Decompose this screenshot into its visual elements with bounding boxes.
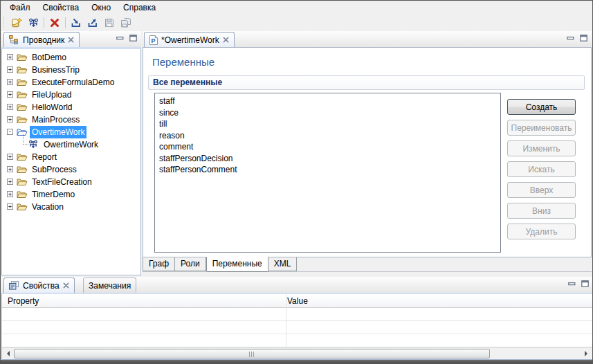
expand-icon[interactable] <box>7 154 13 160</box>
tree-item-label: SubProcess <box>30 163 79 176</box>
tree-item[interactable]: HelloWorld <box>2 101 140 113</box>
expand-icon[interactable] <box>7 54 13 60</box>
rename-button: Переименовать <box>507 120 576 136</box>
expand-icon[interactable] <box>7 166 13 172</box>
menu-bar: Файл Свойства Окно Справка <box>1 1 592 15</box>
properties-table: Property Value <box>1 293 593 360</box>
folder-icon <box>17 190 28 199</box>
tree-item[interactable]: TextFileCreation <box>2 176 140 188</box>
variable-item[interactable]: staff <box>155 95 500 107</box>
process-file-icon <box>149 35 158 45</box>
variable-actions: Создать Переименовать Изменить Искать Вв… <box>507 99 576 244</box>
process-icon <box>28 140 38 149</box>
editor-panel: *OwertimeWork Переменные Все переменные … <box>143 31 592 275</box>
column-header-property[interactable]: Property <box>8 294 39 308</box>
tree-item[interactable]: Report <box>2 151 140 163</box>
collapse-icon[interactable] <box>7 129 13 135</box>
tab-properties[interactable]: Свойства <box>3 277 75 293</box>
folder-icon <box>17 90 28 99</box>
tree-item[interactable]: OwertimeWork <box>2 138 140 151</box>
horizontal-scrollbar[interactable] <box>2 347 592 359</box>
expand-icon[interactable] <box>7 66 13 73</box>
tab-label: Замечания <box>89 281 131 291</box>
properties-tabstrip: Свойства Замечания <box>1 277 593 293</box>
menu-window[interactable]: Окно <box>85 1 117 14</box>
tree-item-label: FileUpload <box>30 89 73 101</box>
scrollbar-thumb[interactable] <box>14 349 490 358</box>
tab-explorer[interactable]: Проводник <box>3 32 80 47</box>
properties-panel: Свойства Замечания Property Value <box>1 277 593 360</box>
expand-icon[interactable] <box>7 179 13 185</box>
folder-icon <box>17 152 28 161</box>
minimize-icon[interactable] <box>116 35 124 42</box>
variable-item[interactable]: staffPersonDecision <box>155 153 500 165</box>
column-header-value[interactable]: Value <box>287 294 308 308</box>
tab-owertimework-editor[interactable]: *OwertimeWork <box>144 32 235 47</box>
maximize-icon[interactable] <box>580 35 587 42</box>
expand-icon[interactable] <box>7 116 13 122</box>
tab-roles[interactable]: Роли <box>175 257 206 271</box>
expand-icon[interactable] <box>7 191 13 197</box>
tree-item[interactable]: MainProcess <box>2 113 140 126</box>
tab-label: Проводник <box>23 35 64 45</box>
project-tree[interactable]: BotDemo BusinessTrip ExecuteFormulaDemo … <box>2 49 140 275</box>
main-toolbar <box>1 15 592 31</box>
import-button[interactable] <box>68 16 84 30</box>
tab-remarks[interactable]: Замечания <box>83 277 136 293</box>
close-icon[interactable] <box>68 37 74 43</box>
tree-item-label: ExecuteFormulaDemo <box>30 76 116 89</box>
variable-item[interactable]: staffPersonComment <box>155 164 500 176</box>
table-row <box>2 308 592 321</box>
variables-page: Переменные Все переменные staff since ti… <box>143 47 592 257</box>
maximize-icon[interactable] <box>581 280 589 287</box>
import-icon <box>71 17 82 28</box>
tree-item[interactable]: ExecuteFormulaDemo <box>2 76 140 89</box>
tab-xml[interactable]: XML <box>268 257 298 271</box>
delete-variable-button: Удалить <box>507 224 576 239</box>
expand-icon[interactable] <box>7 79 13 85</box>
folder-icon <box>17 177 28 186</box>
new-process-button[interactable] <box>8 16 25 30</box>
variable-item[interactable]: till <box>155 118 500 130</box>
explorer-panel: Проводник BotDemo BusinessTrip ExecuteFo… <box>1 31 141 275</box>
scroll-left-arrow[interactable] <box>2 348 14 359</box>
tree-item[interactable]: Vacation <box>2 201 140 213</box>
variable-item[interactable]: comment <box>155 141 500 153</box>
tree-item[interactable]: SubProcess <box>2 163 140 176</box>
tree-item[interactable]: BotDemo <box>2 51 140 64</box>
minimize-icon[interactable] <box>567 35 574 42</box>
maximize-icon[interactable] <box>129 35 137 42</box>
expand-icon[interactable] <box>7 104 13 110</box>
tree-item-label: TimerDemo <box>30 188 77 201</box>
menu-file[interactable]: Файл <box>3 1 37 14</box>
variable-item[interactable]: since <box>155 107 500 119</box>
bot-station-icon <box>28 18 39 28</box>
explorer-tree-body: BotDemo BusinessTrip ExecuteFormulaDemo … <box>1 47 141 275</box>
menu-help[interactable]: Справка <box>117 1 162 14</box>
bot-station-button[interactable] <box>25 16 42 30</box>
folder-icon <box>17 53 28 62</box>
editor-tabstrip: *OwertimeWork <box>143 31 592 47</box>
delete-button[interactable] <box>46 16 63 30</box>
tree-item[interactable]: FileUpload <box>2 89 140 101</box>
minimize-icon[interactable] <box>568 280 576 287</box>
tree-item-label: Vacation <box>30 201 66 213</box>
tree-connector <box>23 134 28 145</box>
menu-properties[interactable]: Свойства <box>37 1 86 14</box>
tree-item[interactable]: TimerDemo <box>2 188 140 201</box>
expand-icon[interactable] <box>7 91 13 98</box>
export-button[interactable] <box>84 16 101 30</box>
tree-item[interactable]: BusinessTrip <box>2 64 140 76</box>
create-button[interactable]: Создать <box>507 99 576 115</box>
close-icon[interactable] <box>223 37 229 43</box>
tab-graph[interactable]: Граф <box>143 257 175 271</box>
expand-icon[interactable] <box>7 203 13 210</box>
toolbar-grip[interactable] <box>3 17 6 28</box>
scroll-right-arrow[interactable] <box>581 348 592 359</box>
variables-list[interactable]: staff since till reason comment staffPer… <box>154 93 501 253</box>
tab-variables[interactable]: Переменные <box>206 257 268 272</box>
editor-page-tabs: Граф Роли Переменные XML <box>143 257 592 272</box>
close-icon[interactable] <box>63 282 69 289</box>
variable-item[interactable]: reason <box>155 130 500 142</box>
save-icon <box>104 17 115 28</box>
